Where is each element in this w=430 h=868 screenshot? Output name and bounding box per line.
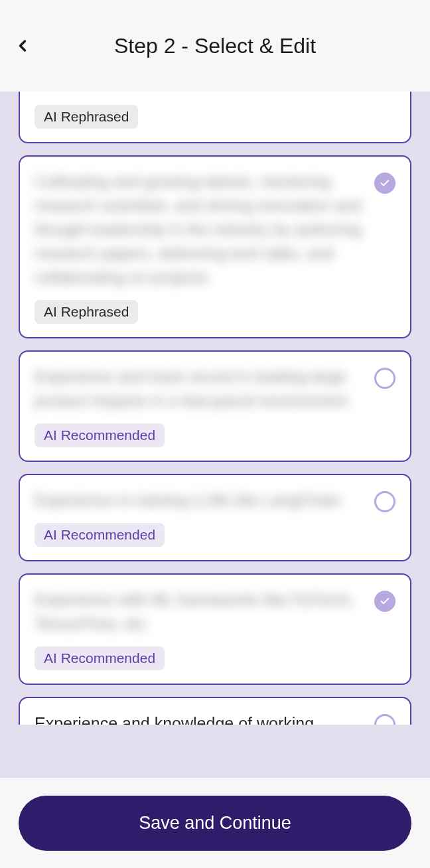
card-item[interactable]: Cultivating and growing talents, mentori…	[19, 155, 411, 338]
card-item[interactable]: Experience in training LLMs like LangCha…	[19, 474, 411, 561]
card-item-partial-bottom[interactable]: Experience and knowledge of working	[19, 697, 411, 725]
badge-ai-recommended: AI Recommended	[35, 646, 165, 670]
check-icon	[380, 596, 390, 607]
card-text: Experience and knowledge of working	[35, 711, 364, 725]
header: Step 2 - Select & Edit	[0, 0, 430, 92]
card-text: Cultivating and growing talents, mentori…	[35, 170, 364, 289]
page-title: Step 2 - Select & Edit	[13, 34, 417, 58]
back-button[interactable]	[13, 36, 32, 55]
chevron-left-icon	[13, 36, 32, 55]
card-checkbox[interactable]	[374, 368, 395, 389]
card-item[interactable]: Experience with ML frameworks like PyTor…	[19, 573, 411, 685]
card-text: Experience in training LLMs like LangCha…	[35, 488, 364, 512]
card-text: Experience with ML frameworks like PyTor…	[35, 588, 364, 636]
check-icon	[380, 178, 390, 188]
content-area: AI Rephrased Cultivating and growing tal…	[0, 92, 430, 778]
badge-ai-rephrased: AI Rephrased	[35, 300, 138, 324]
card-checkbox[interactable]	[374, 491, 395, 512]
card-item[interactable]: Experience and track record in leading l…	[19, 350, 411, 462]
badge-ai-recommended: AI Recommended	[35, 523, 165, 547]
card-item-partial-top[interactable]: AI Rephrased	[19, 92, 411, 143]
card-checkbox[interactable]	[374, 591, 395, 612]
card-text: Experience and track record in leading l…	[35, 365, 364, 413]
save-continue-button[interactable]: Save and Continue	[19, 796, 411, 851]
badge-ai-rephrased: AI Rephrased	[35, 105, 138, 129]
badge-ai-recommended: AI Recommended	[35, 423, 165, 447]
card-checkbox[interactable]	[374, 173, 395, 194]
footer: Save and Continue	[0, 778, 430, 868]
card-checkbox[interactable]	[374, 714, 395, 725]
